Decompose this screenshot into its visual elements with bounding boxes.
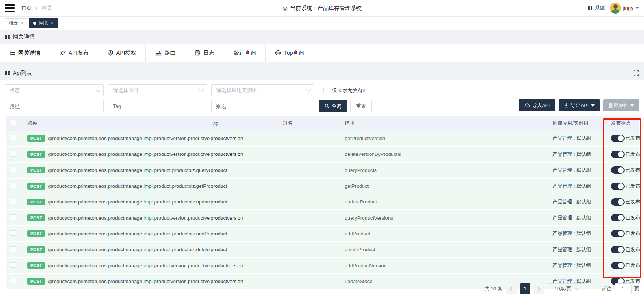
row-checkbox[interactable] [11, 135, 16, 140]
api-path: /product/com.primeton.eos.productmanage.… [48, 168, 210, 173]
tab-chip-label: 概要 [9, 20, 18, 26]
avatar [610, 3, 621, 14]
import-api-button[interactable]: 导入API [519, 99, 555, 111]
tab-gateway-detail[interactable]: 网关详情 [0, 44, 50, 62]
api-group: 产品管理 : 默认组 [552, 263, 591, 268]
fullscreen-icon[interactable] [634, 70, 639, 76]
system-menu[interactable]: 系统 [588, 5, 605, 11]
method-badge: POST [27, 246, 45, 253]
publish-status-label: 已发布 [626, 262, 640, 269]
api-path: /product/com.primeton.eos.productmanage.… [48, 263, 210, 268]
next-page-button[interactable] [534, 283, 544, 294]
tab-route[interactable]: 路由 [146, 44, 185, 62]
breadcrumb-home[interactable]: 首页 [21, 5, 32, 11]
app-select[interactable]: 请选择应用 [108, 84, 207, 96]
tab-stats-query[interactable]: 统计查询 [224, 44, 266, 62]
publish-toggle[interactable] [611, 198, 625, 206]
grid-icon [5, 35, 10, 39]
search-button[interactable]: 查询 [319, 100, 347, 112]
publish-toggle[interactable] [611, 135, 625, 142]
row-checkbox[interactable] [11, 278, 16, 283]
select-all-checkbox[interactable] [11, 120, 16, 125]
api-tag: product [211, 199, 227, 205]
tab-chip-overview[interactable]: 概要 × [5, 18, 27, 28]
prev-page-button[interactable] [506, 283, 517, 294]
filter-area: 状态 请选择应用 请选择应用实例组 仅显示无效Api 查询 重置 导入 [0, 80, 644, 112]
path-input[interactable] [5, 100, 104, 112]
batch-actions-button[interactable]: 批量操作 [603, 99, 639, 111]
api-path: /product/com.primeton.eos.productmanage.… [48, 279, 210, 284]
publish-toggle[interactable] [611, 214, 625, 221]
user-menu[interactable]: jingy [610, 3, 639, 14]
tab-api-auth[interactable]: API授权 [98, 44, 146, 62]
row-checkbox[interactable] [11, 151, 16, 157]
api-path: /product/com.primeton.eos.productmanage.… [48, 231, 210, 236]
close-icon[interactable]: × [51, 21, 53, 25]
publish-status-label: 已发布 [626, 214, 640, 221]
table-row: POST /product/com.primeton.eos.productma… [6, 226, 639, 242]
alias-input[interactable] [211, 100, 314, 112]
row-checkbox[interactable] [11, 167, 16, 172]
row-checkbox[interactable] [11, 246, 16, 252]
tab-label: 日志 [203, 50, 214, 56]
username: jingy [623, 5, 633, 11]
api-tag: product [211, 168, 227, 173]
open-tabs-bar: 概要 × 网关 × [0, 16, 644, 30]
publish-toggle[interactable] [611, 262, 625, 269]
api-description: getProduct [345, 183, 369, 189]
publish-toggle[interactable] [611, 246, 625, 253]
publish-toggle[interactable] [611, 166, 625, 174]
tag-input[interactable] [108, 100, 207, 112]
chevron-down-icon [591, 104, 595, 107]
goto-page-input[interactable] [615, 283, 632, 294]
api-list-section-header: Api列表 [0, 66, 644, 80]
api-group: 产品管理 : 默认组 [552, 167, 591, 173]
gateway-tabs: 网关详情 API发布 API授权 路由 日志 统计查询 TOP Top查询 [0, 44, 644, 62]
api-description: getProductVersion [345, 136, 385, 141]
row-checkbox[interactable] [11, 262, 16, 268]
api-group: 产品管理 : 默认组 [552, 231, 591, 236]
chevron-down-icon [96, 87, 100, 92]
hamburger-menu-icon[interactable] [5, 4, 15, 12]
api-path: /product/com.primeton.eos.productmanage.… [48, 151, 210, 157]
export-api-button[interactable]: 导出API [559, 99, 600, 111]
publish-toggle[interactable] [611, 230, 625, 237]
row-checkbox[interactable] [11, 214, 16, 220]
cloud-upload-icon [524, 103, 530, 108]
row-checkbox[interactable] [11, 230, 16, 236]
page-unit-label: 页 [634, 286, 640, 292]
api-path: /product/com.primeton.eos.productmanage.… [48, 247, 210, 252]
tab-chip-gateway[interactable]: 网关 × [29, 18, 57, 28]
method-badge: POST [27, 167, 45, 173]
api-table: 路径 Tag 别名 描述 所属应用/实例组 发布状态 POST /product… [6, 116, 639, 290]
row-checkbox[interactable] [11, 183, 16, 188]
tab-top-query[interactable]: TOP Top查询 [266, 44, 314, 62]
publish-toggle[interactable] [611, 151, 625, 158]
reset-button[interactable]: 重置 [350, 100, 372, 112]
api-description: queryProductVersions [345, 215, 393, 221]
col-header-alias: 别名 [282, 116, 345, 131]
current-page[interactable]: 1 [520, 283, 530, 294]
invalid-only-checkbox-wrap[interactable]: 仅显示无效Api [323, 87, 365, 94]
rocket-icon [60, 50, 66, 56]
breadcrumb-separator: / [36, 5, 37, 11]
tab-label: API发布 [69, 50, 88, 56]
table-row: POST /product/com.primeton.eos.productma… [6, 242, 639, 257]
tab-log[interactable]: 日志 [185, 44, 224, 62]
instance-group-select[interactable]: 请选择应用实例组 [211, 84, 314, 96]
checkbox[interactable] [323, 88, 329, 93]
publish-toggle[interactable] [611, 183, 625, 190]
active-dot-icon [33, 22, 36, 25]
status-select[interactable]: 状态 [5, 84, 104, 96]
api-description: deleteVersionByProductId [345, 151, 401, 157]
method-badge: POST [27, 230, 45, 237]
tab-label: 网关详情 [18, 50, 40, 56]
row-checkbox[interactable] [11, 199, 16, 204]
close-icon[interactable]: × [21, 21, 23, 25]
page-size-select[interactable]: 10条/页 [548, 283, 585, 294]
api-group: 产品管理 : 默认组 [552, 247, 591, 252]
table-header-row: 路径 Tag 别名 描述 所属应用/实例组 发布状态 [6, 116, 639, 131]
checkbox-label: 仅显示无效Api [332, 87, 365, 94]
tab-label: 统计查询 [234, 50, 256, 56]
tab-api-publish[interactable]: API发布 [50, 44, 98, 62]
